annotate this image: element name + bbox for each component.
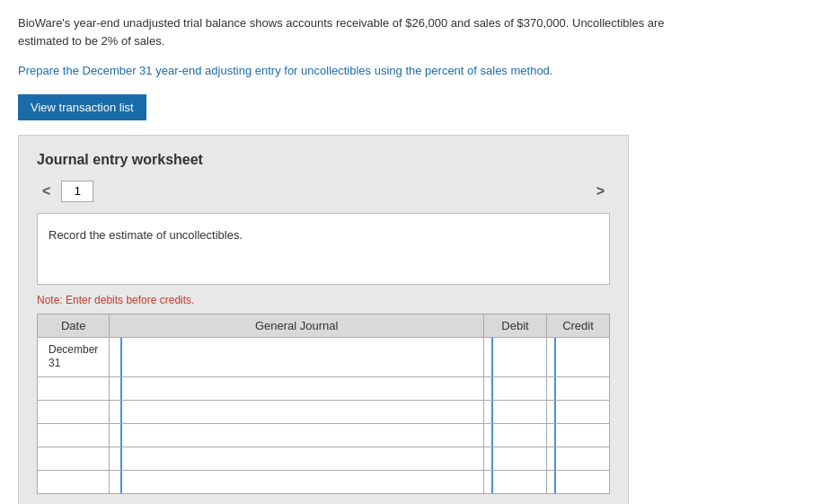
note-text: Note: Enter debits before credits. [37,294,610,306]
table-row [38,423,610,447]
debit-cell-6[interactable] [484,470,547,493]
header-debit: Debit [484,314,547,337]
description-box: Record the estimate of uncollectibles. [37,213,610,285]
debit-cell-4[interactable] [484,423,547,447]
view-transaction-button[interactable]: View transaction list [18,94,146,120]
header-date: Date [38,314,110,337]
gj-cell-3[interactable] [110,400,484,423]
header-credit: Credit [547,314,610,337]
gj-cell-5[interactable] [110,447,484,470]
date-cell-5 [38,447,110,470]
debit-input-3[interactable] [484,401,546,423]
debit-input-4[interactable] [484,424,546,447]
date-cell-2 [38,376,110,400]
debit-input-1[interactable] [484,338,546,376]
credit-cell-5[interactable] [547,447,610,470]
nav-row: < > [37,181,610,202]
credit-input-3[interactable] [547,401,609,423]
date-cell-4 [38,423,110,447]
credit-cell-2[interactable] [547,376,610,400]
page-number-input[interactable] [61,181,93,202]
intro-line1: BioWare's year-end unadjusted trial bala… [18,16,665,30]
table-row [38,470,610,493]
gj-input-3[interactable] [110,401,483,423]
gj-cell-6[interactable] [110,470,484,493]
intro-line2: estimated to be 2% of sales. [18,34,164,48]
debit-cell-2[interactable] [484,376,547,400]
gj-cell-2[interactable] [110,376,484,400]
table-row [38,400,610,423]
date-value-1: December31 [43,340,103,374]
credit-input-6[interactable] [547,471,609,493]
credit-cell-3[interactable] [547,400,610,423]
credit-input-4[interactable] [547,424,609,447]
description-text: Record the estimate of uncollectibles. [49,228,243,242]
gj-cell-4[interactable] [110,423,484,447]
worksheet-container: Journal entry worksheet < > Record the e… [18,135,629,505]
credit-cell-6[interactable] [547,470,610,493]
credit-input-2[interactable] [547,377,609,400]
table-row [38,376,610,400]
prepare-text: Prepare the December 31 year-end adjusti… [18,62,821,80]
intro-paragraph: BioWare's year-end unadjusted trial bala… [18,14,821,49]
date-cell-1: December31 [38,337,110,376]
debit-input-6[interactable] [484,471,546,493]
debit-cell-5[interactable] [484,447,547,470]
debit-input-2[interactable] [484,377,546,400]
credit-cell-1[interactable] [547,337,610,376]
debit-input-5[interactable] [484,447,546,470]
prev-page-button[interactable]: < [37,181,56,201]
table-row: December31 [38,337,610,376]
credit-input-5[interactable] [547,447,609,470]
worksheet-title: Journal entry worksheet [37,152,610,168]
debit-cell-3[interactable] [484,400,547,423]
credit-cell-4[interactable] [547,423,610,447]
gj-input-2[interactable] [110,377,483,400]
date-cell-3 [38,400,110,423]
next-page-button[interactable]: > [591,181,610,201]
gj-cell-1[interactable] [110,337,484,376]
header-general-journal: General Journal [110,314,484,337]
table-header-row: Date General Journal Debit Credit [38,314,610,337]
journal-table: Date General Journal Debit Credit Decemb… [37,314,610,494]
table-row [38,447,610,470]
debit-cell-1[interactable] [484,337,547,376]
gj-input-4[interactable] [110,424,483,447]
date-cell-6 [38,470,110,493]
gj-input-6[interactable] [110,471,483,493]
nav-left: < [37,181,93,202]
gj-input-5[interactable] [110,447,483,470]
gj-input-1[interactable] [110,338,483,376]
credit-input-1[interactable] [547,338,609,376]
